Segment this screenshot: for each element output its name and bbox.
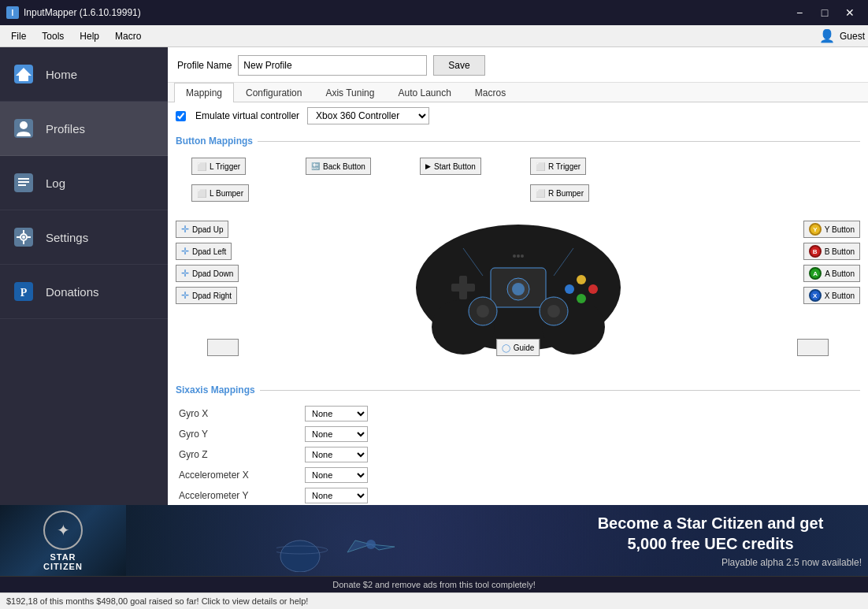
maximize-button[interactable]: □ [813,5,836,20]
user-area: 👤 Guest [819,28,865,43]
menubar: File Tools Help Macro 👤 Guest [0,25,868,47]
save-button[interactable]: Save [433,55,484,76]
user-icon: 👤 [819,28,835,43]
ad-subtitle: Playable alpha 2.5 now available! [553,554,868,568]
accel-x-select[interactable]: None [305,467,368,483]
menu-tools[interactable]: Tools [34,28,72,45]
ad-banner[interactable]: ✦ STARCITIZEN Beco [0,505,868,576]
accel-y-label: Accelerometer Y [179,490,305,501]
tab-mapping[interactable]: Mapping [174,83,234,102]
close-button[interactable]: ✕ [838,5,862,20]
settings-icon [11,225,36,250]
content-area: Profile Name Save Mapping Configuration … [168,47,868,505]
sixaxis-row-accel-x: Accelerometer X None [179,465,857,485]
svg-rect-15 [17,236,20,238]
content-scroll[interactable]: Emulate virtual controller Xbox 360 Cont… [168,102,868,505]
svg-point-29 [577,275,586,284]
sidebar-item-settings[interactable]: Settings [0,210,168,265]
svg-point-31 [565,284,574,294]
sidebar-item-profiles[interactable]: Profiles [0,102,168,156]
svg-text:P: P [20,287,28,299]
sixaxis-row-gyro-z: Gyro Z None [179,444,857,465]
vc-type-select[interactable]: Xbox 360 Controller Xbox One Controller … [307,107,429,124]
gyro-z-label: Gyro Z [179,449,305,460]
svg-point-30 [588,284,598,294]
start-button-btn[interactable]: ▶ Start Button [420,158,481,175]
minimize-button[interactable]: − [788,5,811,20]
profile-name-input[interactable] [238,55,427,76]
titlebar: I InputMapper (1.6.10.19991) − □ ✕ [0,0,868,25]
ad-title: Become a Star Citizen and get5,000 free … [598,513,824,554]
b-button-btn[interactable]: B B Button [803,243,860,260]
r-bumper-btn[interactable]: ⬜ R Bumper [530,184,589,202]
sixaxis-mappings-label: Sixaxis Mappings [176,384,255,395]
gyro-z-select[interactable]: None [305,447,368,462]
user-label: Guest [840,31,865,42]
r-trigger-btn[interactable]: ⬜ R Trigger [530,158,586,175]
tab-auto-launch[interactable]: Auto Launch [386,83,462,102]
section-line [258,141,860,142]
sidebar-item-home[interactable]: Home [0,47,168,102]
x-button-btn[interactable]: X X Button [803,287,860,304]
titlebar-title: InputMapper (1.6.10.19991) [24,7,788,18]
log-icon [11,170,36,195]
svg-rect-9 [18,184,26,186]
sixaxis-mappings-header: Sixaxis Mappings [168,381,868,399]
sixaxis-row-gyro-x: Gyro X None [179,403,857,424]
main-layout: Home Profiles L [0,47,868,505]
svg-rect-8 [18,181,29,183]
empty-btn-left[interactable] [207,339,239,356]
ad-space-image: Become a Star Citizen and get5,000 free … [126,505,868,576]
accel-x-label: Accelerometer X [179,470,305,481]
a-button-btn[interactable]: A A Button [803,265,860,282]
gyro-x-select[interactable]: None [305,406,368,421]
svg-rect-14 [23,241,24,244]
sidebar-label-settings: Settings [46,231,88,244]
emulate-vc-label: Emulate virtual controller [195,110,299,121]
menu-file[interactable]: File [3,28,34,45]
home-icon [11,61,36,87]
dpad-right-btn[interactable]: ✛ Dpad Right [176,287,237,304]
emulate-vc-checkbox[interactable] [176,111,186,121]
status-text: $192,18 of this months $498,00 goal rais… [6,596,308,606]
dpad-down-btn[interactable]: ✛ Dpad Down [176,265,239,282]
svg-rect-28 [451,284,475,292]
sidebar-item-log[interactable]: Log [0,156,168,210]
dpad-up-btn[interactable]: ✛ Dpad Up [176,221,228,238]
empty-btn-right[interactable] [797,339,829,356]
star-citizen-text: STARCITIZEN [43,552,83,571]
svg-point-37 [513,254,516,258]
svg-rect-13 [23,230,24,233]
tab-axis-tuning[interactable]: Axis Tuning [313,83,386,102]
gyro-x-label: Gyro X [179,408,305,419]
y-button-btn[interactable]: Y Y Button [803,221,860,238]
gyro-y-select[interactable]: None [305,426,368,442]
btn-mappings-area: ⬜ L Trigger 🔙 Back Button ▶ Start Button… [168,150,868,378]
sidebar-label-donations: Donations [46,285,99,299]
sixaxis-table: Gyro X None Gyro Y None Gyro Z None [168,399,868,505]
menu-help[interactable]: Help [72,28,107,45]
sidebar-label-home: Home [46,68,77,81]
svg-point-26 [547,305,560,317]
menu-macro[interactable]: Macro [107,28,149,45]
status-bar[interactable]: $192,18 of this months $498,00 goal rais… [0,592,868,609]
sixaxis-row-gyro-y: Gyro Y None [179,424,857,444]
svg-point-40 [280,540,320,572]
accel-y-select[interactable]: None [305,488,368,503]
tab-macros[interactable]: Macros [463,83,517,102]
svg-point-39 [521,254,524,258]
l-trigger-btn[interactable]: ⬜ L Trigger [191,158,246,175]
l-bumper-btn[interactable]: ⬜ L Bumper [191,184,249,202]
back-button-btn[interactable]: 🔙 Back Button [306,158,371,175]
sidebar-item-donations[interactable]: P Donations [0,265,168,319]
titlebar-controls: − □ ✕ [788,5,862,20]
tab-configuration[interactable]: Configuration [234,83,313,102]
controller-image [400,201,636,358]
sixaxis-row-accel-y: Accelerometer Y None [179,485,857,505]
donations-icon: P [11,279,36,304]
dpad-left-btn[interactable]: ✛ Dpad Left [176,243,232,260]
sidebar: Home Profiles L [0,47,168,505]
app-icon: I [6,6,19,19]
button-mappings-label: Button Mappings [176,136,253,147]
guide-btn[interactable]: ◯ Guide [496,339,540,356]
